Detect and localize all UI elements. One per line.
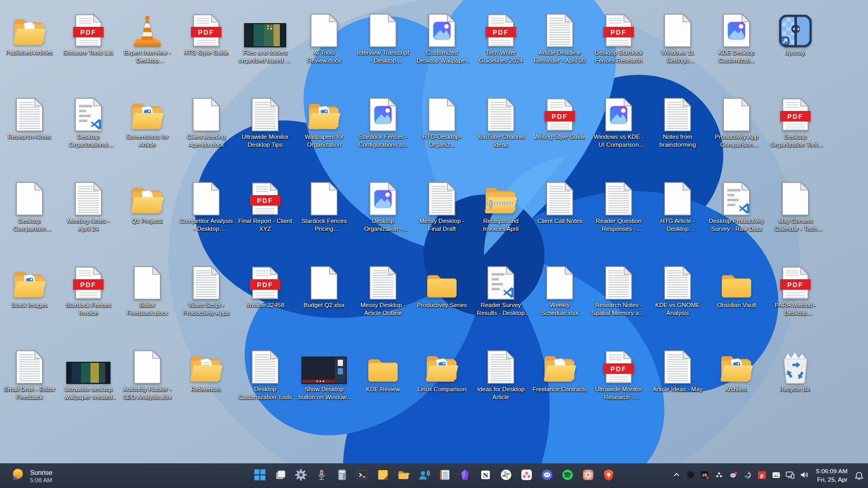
desktop-icon-ultrawide-monitor-research-productivi[interactable]: PDF Ultrawide Monitor Research - Product… xyxy=(589,340,648,424)
desktop-icon-stardock-fences-configurations-a[interactable]: Stardock Fences - Configurations a... xyxy=(354,87,412,171)
desktop-icon-desktop-organizational-survey-results[interactable]: Desktop Organizational Survey Results xyxy=(59,87,118,171)
taskbar-clock[interactable]: 5:06:09 AM Fri, 25, Apr xyxy=(812,467,852,484)
desktop-icon-archived[interactable]: Archived xyxy=(707,340,766,424)
desktop-icon-article-deadline-reminder-april-30[interactable]: Article Deadline Reminder - April 30 xyxy=(530,3,589,87)
taskbar-discord-button[interactable] xyxy=(537,465,557,486)
tray-steam-tray[interactable] xyxy=(741,466,754,486)
desktop-icon-windows-vs-kde-ui-comparison-screenshots[interactable]: Windows vs KDE - UI Comparison Screensho… xyxy=(589,87,648,171)
desktop-icon-q1-projects[interactable]: Q1 Projects xyxy=(118,171,177,256)
tray-asana-tray[interactable] xyxy=(712,466,726,486)
desktop-icon-budget-q2-xlsx[interactable]: Budget Q2.xlsx xyxy=(295,256,354,340)
desktop-icon-writing-style-guide[interactable]: PDF Writing Style Guide xyxy=(530,87,589,171)
desktop-icon-htg-style-guide[interactable]: PDF HTG Style Guide xyxy=(177,3,236,87)
desktop-icon-kde-vs-gnome-analysis[interactable]: KDE vs GNOME Analysis xyxy=(648,256,707,340)
desktop-icon-desktop-productivity-survey-raw-data[interactable]: Desktop Productivity Survey - Raw Data xyxy=(707,171,766,256)
taskbar-slack-button[interactable] xyxy=(496,465,516,486)
taskbar-asana-button[interactable] xyxy=(516,465,537,486)
desktop-icon-tech-writer-guidelines-2024[interactable]: PDF Tech Writer Guidelines 2024 xyxy=(471,3,530,87)
tray-pcloud-tray[interactable]: p xyxy=(755,466,769,486)
desktop-icon-youtube-channel-ideas[interactable]: YouTube Channel Ideas xyxy=(471,87,530,171)
taskbar-brave-button[interactable] xyxy=(598,465,619,486)
desktop-icon-messy-desktop-final-draft[interactable]: Messy Desktop - Final Draft xyxy=(412,171,471,256)
desktop-icon-ideas-for-desktop-article[interactable]: Ideas for Desktop Article xyxy=(471,340,530,424)
taskbar-notepad-button[interactable] xyxy=(434,465,455,486)
desktop-icon-client-meeting-agenda-docx[interactable]: Client Meeting Agenda.docx xyxy=(177,87,236,171)
desktop-icon-research-notes[interactable]: Research-Notes xyxy=(0,87,59,171)
taskbar-sticky-notes-button[interactable] xyxy=(372,465,393,486)
desktop-icon-ultrawide-desktop-wallpaper-created-usi[interactable]: Ultrawide desktop wallpaper created usi.… xyxy=(59,340,118,424)
taskbar-sound-recorder-button[interactable] xyxy=(311,465,331,486)
desktop-icon-freelance-contracts[interactable]: Freelance Contracts xyxy=(530,340,589,424)
taskbar-spotify-button[interactable] xyxy=(557,465,578,486)
desktop-icon-stardock-fences-pricing-comparison-xlsx[interactable]: Stardock Fences Pricing Comparison.xlsx xyxy=(295,171,354,256)
desktop-icon-published-articles[interactable]: Published Articles xyxy=(0,3,59,87)
taskbar-task-view-button[interactable] xyxy=(270,465,290,486)
desktop-icon-desktop-stardock-fences-research[interactable]: PDF Desktop Stardock Fences Research xyxy=(589,3,648,87)
desktop-icon-authority-hacker-seo-analysis-xlsx[interactable]: Authority Hacker - SEO Analysis.xlsx xyxy=(118,340,177,424)
desktop-icon-kde-review[interactable]: KDE Review xyxy=(354,340,412,424)
desktop-icon-customized-desktop-wallpaper-for-par[interactable]: Customized Desktop Wallpaper for PAR... xyxy=(412,3,471,87)
weather-widget[interactable]: Sunrise 5:08 AM xyxy=(4,464,57,488)
desktop-icon-stardock-fences-invoice[interactable]: PDF Stardock Fences Invoice xyxy=(59,256,118,340)
desktop-icon-client-call-notes[interactable]: Client Call Notes xyxy=(530,171,589,256)
desktop-icon-obsidian-vault[interactable]: Obsidian Vault xyxy=(707,256,766,340)
taskbar-settings-button[interactable] xyxy=(290,465,311,486)
desktop-icon-receipts-and-invoices-april[interactable]: Receipts and Invoices April xyxy=(471,171,530,256)
desktop-icon-show-desktop-button-on-windows-11-taskbar[interactable]: Show Desktop button on Windows 11 taskba… xyxy=(295,340,354,424)
desktop-icon-htg-desktop-organiz[interactable]: HTG-Desktop-Organiz... xyxy=(412,87,471,171)
desktop-icon-research-notes-spatial-memory-and-ui-design[interactable]: Research Notes - Spatial Memory and UI D… xyxy=(589,256,648,340)
desktop-icon-competitor-analysis-desktop-organizati[interactable]: Competitor Analysis - Desktop Organizati… xyxy=(177,171,236,256)
desktop-icon-editor-feedback-docx[interactable]: Editor Feedback.docx xyxy=(118,256,177,340)
taskbar-obsidian-button[interactable] xyxy=(455,465,475,486)
desktop-icon-video-script-productivity-apps[interactable]: Video Script - Productivity Apps xyxy=(177,256,236,340)
desktop-icon-para-method-desktop-implementation-guide[interactable]: PDF PARA Method - Desktop Implementation… xyxy=(766,256,825,340)
tray-claude-tray[interactable] xyxy=(684,466,698,486)
desktop-icon-ultrawide-monitor-desktop-tips[interactable]: Ultrawide Monitor Desktop Tips xyxy=(236,87,295,171)
desktop-icon-email-draft-editor-feedback[interactable]: Email Draft - Editor Feedback xyxy=(0,340,59,424)
desktop-icon-linux-comparison[interactable]: Linux Comparison xyxy=(412,340,471,424)
desktop-icon-article-ideas-may[interactable]: Article Ideas - May xyxy=(648,340,707,424)
desktop-icon-reader-question-responses-deskt[interactable]: Reader Question Responses - Deskt... xyxy=(589,171,648,256)
desktop-icon-desktop-organization-before-and-after[interactable]: Desktop Organization - Before and After xyxy=(354,171,412,256)
desktop-icon-reader-survey-results-desktop-organization[interactable]: Reader Survey Results - Desktop Organiza… xyxy=(471,256,530,340)
desktop-icon-may-content-calendar-tech-articles-xlsx[interactable]: May Content Calendar - Tech Articles.xls… xyxy=(766,171,825,256)
desktop-icon-screenshots-for-article[interactable]: Screenshots for Article xyxy=(118,87,177,171)
tray-calendar-badge[interactable]: 25 xyxy=(698,466,712,486)
desktop-icon-files-and-folders-organized-based-on-t[interactable]: Files and folders organized based on t..… xyxy=(236,3,295,87)
desktop-icon-references[interactable]: References xyxy=(177,340,236,424)
desktop-icon-software-tools-list[interactable]: PDF Software Tools List xyxy=(59,3,118,87)
desktop-icon-expert-interview-desktop-organization[interactable]: Expert Interview - Desktop Organization xyxy=(118,3,177,87)
desktop-icon-invoice-32458[interactable]: PDF Invoice-32458 xyxy=(236,256,295,340)
desktop-icon-desktop-comparison-data-xlsx[interactable]: Desktop Comparison Data.xlsx xyxy=(0,171,59,256)
desktop-icon-ai-tools-review-docx[interactable]: AI Tools Review.docx xyxy=(295,3,354,87)
taskbar-start-button[interactable] xyxy=(249,465,270,486)
desktop-icon-recycle-bin[interactable]: Recycle Bin xyxy=(766,340,825,424)
desktop-icon-kde-desktop-customizati[interactable]: KDE Desktop Customizati... xyxy=(707,3,766,87)
desktop-icon-desktop-customization-tools[interactable]: Desktop Customization Tools xyxy=(236,340,295,424)
taskbar-file-explorer-button[interactable] xyxy=(393,465,413,486)
desktop-icon-htg-article-desktop-organization-final[interactable]: HTG Article - Desktop Organization - Fin… xyxy=(648,171,707,256)
desktop-icon-final-report-client-xyz[interactable]: PDF Final Report - Client XYZ xyxy=(236,171,295,256)
desktop-icon-productivity-series[interactable]: Productivity Series xyxy=(412,256,471,340)
tray-volume-tray[interactable] xyxy=(798,466,811,486)
desktop-icon-weekly-schedule-xlsx[interactable]: Weekly Schedule.xlsx xyxy=(530,256,589,340)
desktop-icon-upscayl[interactable]: Upscayl xyxy=(766,3,825,87)
taskbar-notion-button[interactable]: N xyxy=(475,465,496,486)
tray-discord-tray[interactable] xyxy=(726,466,740,486)
notifications-bell-icon[interactable] xyxy=(852,466,866,486)
tray-chevron-up[interactable] xyxy=(670,466,683,486)
desktop-icon-interview-transcript-desktop-organizati[interactable]: Interview Transcript - Desktop Organizat… xyxy=(354,3,412,87)
tray-photos-tray[interactable] xyxy=(769,466,783,486)
desktop-icon-windows-11-settings-reference-docx[interactable]: Windows 11 Settings Reference.docx xyxy=(648,3,707,87)
tray-cast-tray[interactable] xyxy=(783,466,797,486)
desktop-icon-messy-desktop-article-outline[interactable]: Messy Desktop - Article Outline xyxy=(354,256,412,340)
desktop-icon-notes-from-brainstorming[interactable]: Notes from brainstorming xyxy=(648,87,707,171)
taskbar-calculator-button[interactable] xyxy=(331,465,352,486)
taskbar-people-button[interactable] xyxy=(413,465,434,486)
desktop-icon-meeting-notes-april-24[interactable]: Meeting Notes - April 24 xyxy=(59,171,118,256)
taskbar-claude-button[interactable] xyxy=(578,465,598,486)
taskbar-terminal-button[interactable] xyxy=(352,465,372,486)
desktop-icon-stock-images[interactable]: Stock Images xyxy=(0,256,59,340)
desktop-icon-wallpapers-for-organization[interactable]: Wallpapers for Organization xyxy=(295,87,354,171)
desktop-icon-desktop-organization-tools-comparison[interactable]: PDF Desktop Organization Tools Compariso… xyxy=(766,87,825,171)
